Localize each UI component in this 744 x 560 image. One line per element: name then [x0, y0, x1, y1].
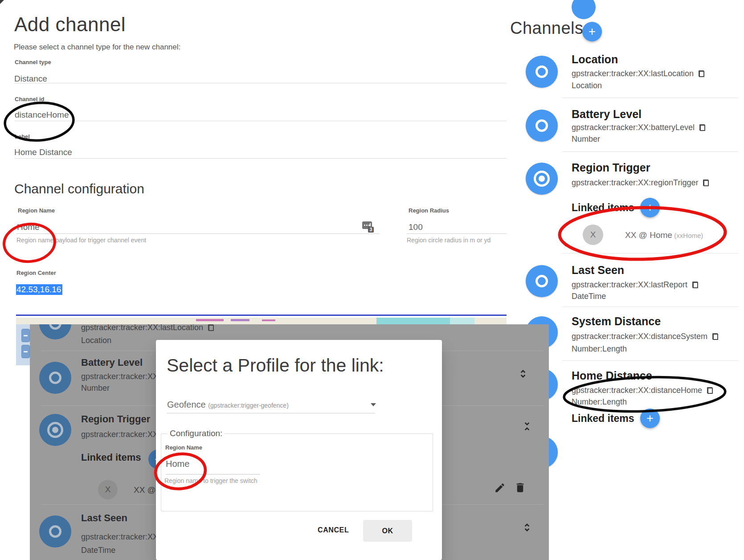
channel-icon: [526, 163, 558, 195]
linked-item-avatar: X: [583, 225, 603, 245]
channel-name-dimmed: Battery Level: [81, 357, 143, 368]
channel-type: Number: [572, 135, 600, 144]
map-zoom-in-button[interactable]: [21, 329, 30, 342]
linked-items-heading-dimmed: Linked items: [81, 452, 141, 463]
radio-checked-icon: [47, 422, 63, 438]
copy-icon[interactable]: [692, 282, 698, 288]
unfold-more-icon[interactable]: [521, 522, 533, 533]
select-underline: [167, 413, 375, 413]
copy-icon[interactable]: [208, 324, 214, 331]
channel-icon-dimmed: [39, 515, 71, 548]
channel-name: Home Distance: [572, 369, 652, 382]
ok-button[interactable]: OK: [363, 520, 412, 542]
radio-checked-icon: [534, 171, 550, 187]
field-underline: [16, 233, 380, 234]
channel-name: Region Trigger: [572, 161, 650, 174]
channel-id-row: gpstracker:tracker:XX:distanceHome: [572, 386, 713, 395]
channel-id-input[interactable]: distanceHome: [15, 110, 69, 120]
region-radius-hint: Region circle radius in m or yd: [407, 237, 491, 244]
edit-pencil-icon[interactable]: [494, 482, 506, 494]
region-name-label: Region Name: [18, 207, 55, 214]
page-subtitle: Please select a channel type for the new…: [14, 43, 180, 52]
channel-type: DateTime: [572, 292, 606, 301]
fieldset-legend: Configuration:: [168, 429, 225, 438]
region-radius-input[interactable]: 100: [409, 222, 423, 232]
channel-name: Last Seen: [572, 264, 624, 277]
region-center-label: Region Center: [16, 270, 56, 276]
region-radius-label: Region Radius: [409, 207, 449, 214]
profile-dialog: Select a Profile for the link: Geofence …: [156, 340, 442, 560]
channel-type: Number:Length: [572, 344, 627, 354]
region-name-input[interactable]: Home: [17, 222, 40, 232]
field-underline: [407, 233, 507, 234]
unfold-less-icon[interactable]: [521, 421, 533, 432]
focused-underline: [16, 315, 507, 316]
channel-icon: [526, 265, 558, 297]
channel-name-dimmed: Last Seen: [81, 512, 127, 524]
channel-icon-dimmed: [39, 362, 71, 394]
copy-icon[interactable]: [699, 124, 705, 131]
divider: [562, 253, 738, 253]
label-input[interactable]: Home Distance: [14, 147, 72, 157]
linked-items-heading: Linked items: [572, 413, 634, 425]
dropdown-caret-icon[interactable]: [371, 403, 376, 406]
label-label: Label: [15, 133, 30, 140]
channel-icon: [526, 56, 558, 88]
field-underline: [15, 158, 507, 159]
channel-type: Number:Length: [572, 397, 627, 407]
channel-name-dimmed: Region Trigger: [81, 413, 150, 425]
circle-outline-icon: [536, 65, 548, 78]
keyboard-input-icon[interactable]: 3: [362, 221, 374, 233]
channel-id-row: gpstracker:tracker:XX:lastReport: [572, 280, 698, 290]
delete-trash-icon[interactable]: [514, 482, 526, 494]
unfold-more-icon[interactable]: [517, 368, 529, 380]
configuration-fieldset: Configuration: Region Name Home Region n…: [161, 433, 433, 511]
add-channel-button[interactable]: +: [582, 22, 602, 41]
divider: [562, 151, 738, 152]
region-name-hint: Region name payload for trigger channel …: [16, 237, 146, 244]
channel-name: System Distance: [572, 315, 661, 328]
channel-type-dimmed: Number: [81, 384, 110, 393]
map-zoom-out-button[interactable]: [21, 345, 30, 358]
channel-type: Location: [572, 81, 602, 90]
channel-type-select[interactable]: Distance: [14, 74, 47, 84]
channel-type-dimmed: Location: [81, 336, 111, 345]
linked-item[interactable]: XX @ Home (xxHome): [625, 230, 703, 240]
page-title: Add channel: [14, 13, 126, 36]
channel-icon-dimmed: [39, 414, 71, 446]
channel-icon: [526, 110, 558, 142]
region-name-label: Region Name: [165, 444, 202, 451]
scrolled-fab-partial[interactable]: [572, 0, 596, 19]
add-linked-item-button[interactable]: +: [640, 198, 660, 217]
copy-icon[interactable]: [712, 333, 718, 340]
channel-name: Location: [572, 53, 618, 66]
copy-icon[interactable]: [707, 387, 713, 394]
cancel-button[interactable]: CANCEL: [318, 526, 349, 534]
divider: [562, 307, 738, 307]
channel-name: Battery Level: [572, 108, 642, 121]
linked-items-heading: Linked items: [572, 202, 634, 214]
copy-icon[interactable]: [699, 70, 704, 77]
circle-outline-icon: [536, 275, 548, 287]
channel-id-row: gpstracker:tracker:XX:batteryLevel: [572, 123, 705, 132]
channel-id-label: Channel id: [15, 96, 44, 102]
channel-id-row: gpstracker:tracker:XX:distanceSystem: [572, 332, 718, 341]
linked-item-avatar-dimmed: X: [98, 480, 118, 499]
region-name-hint: Region name to trigger the switch: [164, 477, 258, 484]
selected-text: 42.53,16.16: [16, 284, 62, 295]
map-preview: [16, 324, 30, 365]
channel-id-row: gpstracker:tracker:XX:lastLocation: [572, 69, 704, 78]
profile-select[interactable]: Geofence (gpstracker:trigger-geofence): [167, 400, 289, 410]
region-name-input[interactable]: Home: [166, 459, 189, 469]
copy-icon[interactable]: [703, 180, 709, 186]
channels-title: Channels: [510, 19, 584, 38]
config-section-title: Channel configuration: [14, 181, 144, 196]
add-linked-item-button[interactable]: +: [640, 409, 660, 428]
channel-id-row-dimmed: gpstracker:tracker:XX:lastLocation: [81, 324, 214, 332]
channel-type-label: Channel type: [15, 59, 51, 65]
keyboard-badge: 3: [368, 227, 374, 233]
channel-type-dimmed: DateTime: [81, 546, 115, 555]
region-center-input[interactable]: 42.53,16.16: [16, 285, 62, 294]
divider: [562, 360, 738, 361]
map-strip: [16, 318, 507, 324]
